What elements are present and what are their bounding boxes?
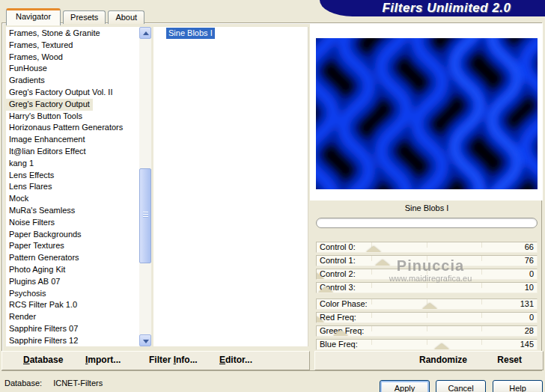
help-button[interactable]: Help <box>493 380 543 392</box>
list-item[interactable]: Psychosis <box>6 288 138 300</box>
slider-row[interactable]: Blue Freq:145 <box>316 339 538 350</box>
slider-label: Blue Freq: <box>320 340 358 349</box>
slider-thumb[interactable] <box>316 316 324 322</box>
filters-unlimited-dialog: Filters Unlimited 2.0 Navigator Presets … <box>0 0 545 392</box>
navigator-scrollbar[interactable] <box>139 27 151 346</box>
slider-thumb[interactable] <box>375 260 390 266</box>
import-button[interactable]: Import... <box>85 352 121 369</box>
list-item[interactable]: kang 1 <box>6 158 138 170</box>
list-item[interactable]: MuRa's Seamless <box>6 205 138 217</box>
slider-thumb[interactable] <box>316 273 324 279</box>
database-button[interactable]: Database <box>23 352 63 369</box>
slider-label: Control 1: <box>320 256 356 266</box>
editor-button[interactable]: Editor... <box>219 352 252 369</box>
list-item[interactable]: RCS Filter Pak 1.0 <box>6 299 138 311</box>
list-item[interactable]: Greg's Factory Output Vol. II <box>6 87 138 99</box>
scroll-up-button[interactable] <box>139 27 151 39</box>
status-label: Database: <box>4 379 42 388</box>
slider-label: Color Phase: <box>320 299 368 309</box>
apply-button[interactable]: Apply <box>380 380 430 392</box>
list-item[interactable]: Horizonaus Pattern Generators <box>6 122 138 134</box>
slider-label: Control 2: <box>320 269 356 279</box>
slider-thumb[interactable] <box>422 303 437 309</box>
title-banner: Filters Unlimited 2.0 <box>320 0 545 16</box>
progress-bar <box>316 218 538 228</box>
list-item[interactable]: Noise Filters <box>6 217 138 229</box>
slider-value: 0 <box>529 269 534 279</box>
scroll-down-icon <box>143 340 149 343</box>
slider-value: 28 <box>525 326 534 336</box>
scroll-up-icon <box>143 31 149 35</box>
list-item[interactable]: Lens Effects <box>6 170 138 182</box>
list-item[interactable]: Frames, Textured <box>6 40 138 52</box>
slider-row[interactable]: Control 1:76 <box>316 255 538 266</box>
slider-thumb[interactable] <box>318 287 333 293</box>
list-item[interactable]: Paper Textures <box>6 240 138 252</box>
slider-value: 131 <box>520 299 534 309</box>
slider-value: 66 <box>525 242 534 252</box>
tab-navigator[interactable]: Navigator <box>6 8 61 25</box>
list-item[interactable]: Harry's Button Tools <box>6 111 138 123</box>
list-item[interactable]: Lens Flares <box>6 181 138 193</box>
reset-button[interactable]: Reset <box>497 352 522 369</box>
list-item[interactable]: Sapphire Filters 12 <box>6 335 138 346</box>
list-item[interactable]: Gradients <box>6 75 138 87</box>
slider-row[interactable]: Control 2:0 <box>316 269 538 280</box>
slider-row[interactable]: Control 3:10 <box>316 282 538 293</box>
filter-listbox: Sine Blobs I <box>153 27 308 346</box>
list-item[interactable]: Image Enhancement <box>6 134 138 146</box>
slider-thumb[interactable] <box>366 246 381 252</box>
list-item[interactable]: Photo Aging Kit <box>6 264 138 276</box>
slider-thumb[interactable] <box>434 343 449 349</box>
slider-label: Red Freq: <box>320 313 356 322</box>
slider-value: 10 <box>525 283 534 293</box>
filter-list-item[interactable]: Sine Blobs I <box>166 28 215 39</box>
slider-row[interactable]: Control 0:66 <box>316 242 538 253</box>
slider-label: Control 0: <box>320 242 356 252</box>
slider-row[interactable]: Green Freq:28 <box>316 325 538 337</box>
status-database-name: ICNET-Filters <box>53 379 103 388</box>
list-item[interactable]: Frames, Stone & Granite <box>6 28 138 40</box>
slider-row[interactable]: Red Freq:0 <box>316 312 538 323</box>
slider-thumb[interactable] <box>333 330 348 336</box>
slider-stack: Control 0:66Control 1:76Control 2:0Contr… <box>316 242 538 352</box>
list-item[interactable]: Frames, Wood <box>6 52 138 64</box>
list-item[interactable]: Mock <box>6 193 138 205</box>
filter-info-button[interactable]: Filter Info... <box>149 352 198 369</box>
slider-row[interactable]: Color Phase:131 <box>316 298 538 310</box>
tab-presets[interactable]: Presets <box>63 10 106 24</box>
slider-value: 0 <box>529 313 534 322</box>
list-item[interactable]: Greg's Factory Output <box>6 99 93 111</box>
slider-value: 145 <box>520 340 534 349</box>
tab-about[interactable]: About <box>108 10 144 24</box>
list-item[interactable]: Pattern Generators <box>6 252 138 264</box>
tab-bar: Navigator Presets About <box>6 8 144 25</box>
status-bar: Database:ICNET-Filters <box>4 377 103 389</box>
list-item[interactable]: Sapphire Filters 07 <box>6 323 138 335</box>
navigator-listbox: Frames, Stone & GraniteFrames, TexturedF… <box>6 27 151 346</box>
list-item[interactable]: Plugins AB 07 <box>6 276 138 288</box>
list-item[interactable]: FunHouse <box>6 63 138 75</box>
app-title: Filters Unlimited 2.0 <box>353 0 541 16</box>
scrollbar-thumb[interactable] <box>139 168 151 263</box>
cancel-button[interactable]: Cancel <box>436 380 486 392</box>
list-item[interactable]: It@lian Editors Effect <box>6 146 138 158</box>
navigator-item-list: Frames, Stone & GraniteFrames, TexturedF… <box>6 28 138 346</box>
list-item[interactable]: Paper Backgrounds <box>6 229 138 241</box>
left-toolbar: Database Import... Filter Info... Editor… <box>1 351 310 370</box>
list-item[interactable]: Render <box>6 311 138 323</box>
randomize-button[interactable]: Randomize <box>419 352 467 369</box>
slider-value: 76 <box>525 256 534 266</box>
selected-filter-name: Sine Blobs I <box>314 203 539 212</box>
filter-preview-image[interactable] <box>316 38 538 189</box>
scroll-down-button[interactable] <box>139 334 151 346</box>
right-toolbar: Randomize Reset <box>314 351 544 370</box>
